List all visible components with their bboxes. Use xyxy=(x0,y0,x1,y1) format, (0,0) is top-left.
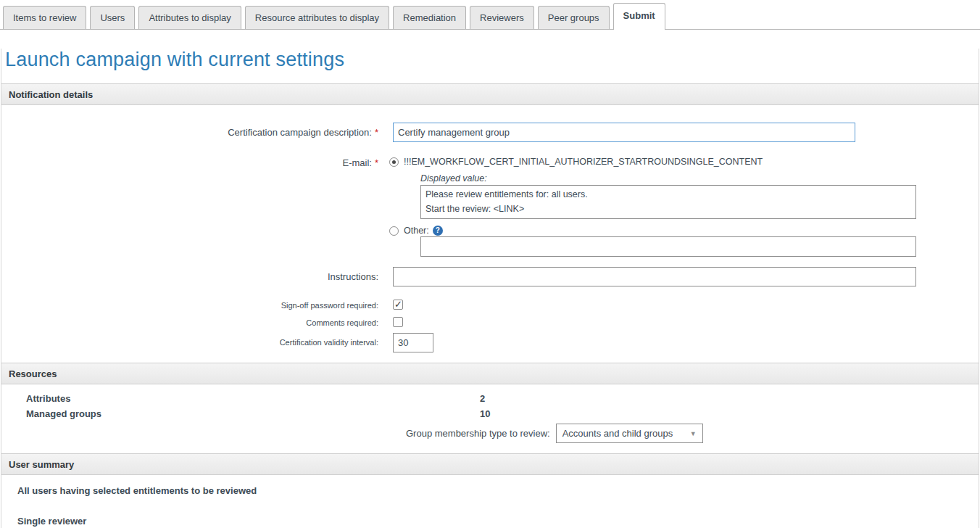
tab-remediation[interactable]: Remediation xyxy=(393,6,466,29)
email-other-textarea[interactable] xyxy=(420,236,916,257)
resources-attributes-row: Attributes 2 xyxy=(1,393,979,404)
email-template-option-label: !!!EM_WORKFLOW_CERT_INITIAL_AUTHORIZER_S… xyxy=(404,157,763,167)
email-other-option-row: Other: ? xyxy=(389,226,979,236)
submit-tab-panel: Launch campaign with current settings No… xyxy=(1,49,979,528)
group-membership-selected-value: Accounts and child groups xyxy=(562,428,673,439)
group-membership-select[interactable]: Accounts and child groups ▼ xyxy=(556,424,703,443)
campaign-description-label: Certification campaign description: xyxy=(228,127,372,138)
tab-users[interactable]: Users xyxy=(90,6,135,29)
help-icon[interactable]: ? xyxy=(433,226,443,236)
user-summary-reviewer-line: Single reviewer xyxy=(17,516,979,527)
displayed-value-textarea[interactable] xyxy=(420,185,916,219)
signoff-password-row: Sign-off password required: xyxy=(1,300,979,313)
campaign-description-row: Certification campaign description:* xyxy=(1,123,979,142)
section-header-user-summary: User summary xyxy=(1,453,979,475)
managed-groups-count: 10 xyxy=(480,408,490,419)
email-template-radio[interactable] xyxy=(389,157,399,167)
tab-submit[interactable]: Submit xyxy=(613,3,665,30)
signoff-password-label: Sign-off password required: xyxy=(281,301,378,310)
tab-peer-groups[interactable]: Peer groups xyxy=(538,6,610,29)
signoff-password-checkbox[interactable] xyxy=(393,300,403,310)
tab-reviewers[interactable]: Reviewers xyxy=(470,6,534,29)
user-summary-scope-line: All users having selected entitlements t… xyxy=(17,485,979,496)
section-header-notification-details: Notification details xyxy=(1,83,979,105)
tab-attributes-to-display[interactable]: Attributes to display xyxy=(138,6,241,29)
displayed-value-label: Displayed value: xyxy=(420,173,979,183)
group-membership-row: Group membership type to review: Account… xyxy=(406,424,979,443)
managed-groups-label: Managed groups xyxy=(1,408,480,419)
group-membership-label: Group membership type to review: xyxy=(406,428,550,439)
email-template-preview-block: Displayed value: xyxy=(420,173,979,222)
comments-required-row: Comments required: xyxy=(1,317,979,330)
resources-summary: Attributes 2 Managed groups 10 Group mem… xyxy=(1,384,979,453)
email-row: E-mail:* !!!EM_WORKFLOW_CERT_INITIAL_AUT… xyxy=(1,157,979,260)
attributes-count: 2 xyxy=(480,393,485,404)
validity-interval-row: Certification validity interval: xyxy=(1,333,979,352)
email-label: E-mail: xyxy=(342,157,371,168)
email-other-radio[interactable] xyxy=(389,226,399,236)
caret-down-icon: ▼ xyxy=(690,430,697,437)
validity-interval-label: Certification validity interval: xyxy=(280,338,378,347)
tab-items-to-review[interactable]: Items to review xyxy=(3,6,86,29)
instructions-input[interactable] xyxy=(393,267,916,286)
campaign-description-input[interactable] xyxy=(393,123,855,142)
comments-required-checkbox[interactable] xyxy=(393,317,403,327)
section-header-resources: Resources xyxy=(1,363,979,384)
user-summary-content: All users having selected entitlements t… xyxy=(1,475,979,527)
attributes-label: Attributes xyxy=(1,393,480,404)
validity-interval-input[interactable] xyxy=(393,333,433,352)
resources-managed-groups-row: Managed groups 10 xyxy=(1,408,979,419)
instructions-row: Instructions: xyxy=(1,267,979,286)
email-template-option-row: !!!EM_WORKFLOW_CERT_INITIAL_AUTHORIZER_S… xyxy=(389,157,979,167)
comments-required-label: Comments required: xyxy=(306,318,378,327)
page-title: Launch campaign with current settings xyxy=(5,49,979,71)
tab-resource-attributes-to-display[interactable]: Resource attributes to display xyxy=(245,6,389,29)
notification-details-form: Certification campaign description:* E-m… xyxy=(1,105,979,363)
wizard-tab-bar: Items to review Users Attributes to disp… xyxy=(0,0,980,30)
email-other-label: Other: xyxy=(404,226,429,236)
instructions-label: Instructions: xyxy=(328,271,378,282)
